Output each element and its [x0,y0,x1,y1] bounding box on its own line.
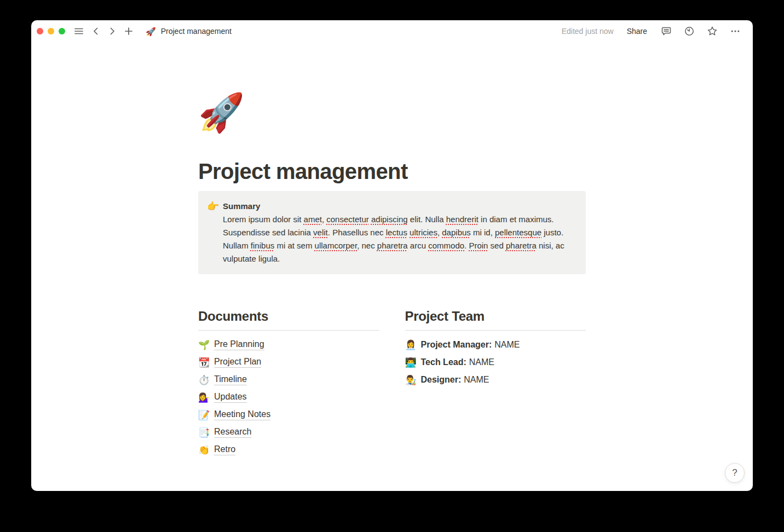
edited-timestamp: Edited just now [562,27,614,36]
document-link-timeline[interactable]: ⏱️Timeline [198,371,379,389]
misspelled-word: ullamcorper [315,241,358,250]
callout-text-run: elit. Nulla [408,215,446,224]
misspelled-word: commodo [428,241,464,250]
misspelled-word: pellentesque [495,228,541,237]
stopwatch-icon: ⏱️ [198,375,210,385]
titlebar: 🚀 Project management Edited just now Sha… [31,20,753,42]
bookmark-tabs-icon: 📑 [198,428,210,437]
misspelled-word: pharetra [506,241,537,250]
breadcrumb[interactable]: 🚀 Project management [146,27,232,36]
documents-heading: Documents [198,308,379,325]
calendar-icon: 📆 [198,358,210,367]
woman-office-worker-icon: 👩‍💼 [405,340,417,350]
document-link-pre-planning[interactable]: 🌱Pre Planning [198,336,379,354]
misspelled-word: finibus [251,241,274,250]
team-member-row: 👩‍💼Project Manager:NAME [405,336,586,354]
documents-list: 🌱Pre Planning📆Project Plan⏱️Timeline💁‍♀️… [198,336,379,459]
callout-text-run: arcu [408,241,429,250]
callout-text-run: , nec [357,241,377,250]
document-link-label: Timeline [214,374,247,385]
clapping-hands-icon: 👏 [198,446,210,455]
documents-column: Documents 🌱Pre Planning📆Project Plan⏱️Ti… [198,308,379,459]
callout-text-run: , [322,215,326,224]
team-member-role: Designer: [421,375,462,385]
misspelled-word: velit [313,228,328,237]
team-member-role: Project Manager: [421,340,492,350]
team-member-row: 👨‍🎨Designer:NAME [405,371,586,389]
team-member-name: NAME [494,340,520,350]
documents-divider [198,330,379,331]
document-link-label: Retro [214,444,235,455]
callout-text-run: , [437,228,442,237]
more-options-icon[interactable] [729,25,742,38]
misspelled-word: lectus [386,228,407,237]
forward-icon[interactable] [107,26,118,37]
team-member-role: Tech Lead: [421,357,466,367]
document-link-updates[interactable]: 💁‍♀️Updates [198,389,379,406]
callout-text-run: . Phasellus nec [328,228,386,237]
team-member-name: NAME [469,357,494,367]
sidebar-toggle-icon[interactable] [73,25,85,37]
memo-icon: 📝 [198,410,210,420]
callout-text-run: mi at sem [274,241,314,250]
back-icon[interactable] [90,26,101,37]
document-link-research[interactable]: 📑Research [198,424,379,441]
misspelled-word: Proin [469,241,488,250]
team-divider [405,330,586,331]
document-link-label: Pre Planning [214,339,264,350]
document-link-project-plan[interactable]: 📆Project Plan [198,354,379,371]
page-emoji-small: 🚀 [146,27,156,36]
misspelled-word: consectetur [326,215,369,224]
share-button[interactable]: Share [624,26,650,37]
callout-title: Summary [223,200,575,213]
comments-icon[interactable] [660,25,673,38]
person-tipping-hand-icon: 💁‍♀️ [198,393,210,402]
misspelled-word: pharetra [377,241,408,250]
man-artist-icon: 👨‍🎨 [405,375,417,385]
team-member-name: NAME [464,375,489,385]
team-column: Project Team 👩‍💼Project Manager:NAME👨‍💻T… [405,308,586,459]
notion-window: 🚀 Project management Edited just now Sha… [31,20,753,491]
minimize-window-button[interactable] [48,28,54,34]
pointing-finger-icon[interactable]: 👉 [207,200,220,265]
breadcrumb-title: Project management [161,27,232,36]
traffic-lights [37,28,65,34]
two-column-section: Documents 🌱Pre Planning📆Project Plan⏱️Ti… [198,308,586,459]
callout-text-run: Lorem ipsum dolor sit [223,215,304,224]
callout-body: Summary Lorem ipsum dolor sit amet, cons… [223,200,575,265]
close-window-button[interactable] [37,28,43,34]
document-link-label: Meeting Notes [214,409,270,420]
new-page-icon[interactable] [123,26,134,37]
document-link-label: Research [214,427,251,438]
seedling-icon: 🌱 [198,340,210,350]
help-button[interactable]: ? [725,463,745,483]
page-rocket-icon[interactable]: 🚀 [198,90,244,134]
favorite-star-icon[interactable] [706,25,719,38]
document-link-retro[interactable]: 👏Retro [198,441,379,459]
summary-callout: 👉 Summary Lorem ipsum dolor sit amet, co… [198,191,586,274]
misspelled-word: hendrerit [446,215,479,224]
misspelled-word: adipiscing [371,215,408,224]
callout-text-run: sed [488,241,506,250]
man-technologist-icon: 👨‍💻 [405,358,417,367]
history-icon[interactable] [683,25,696,38]
misspelled-word: dapibus [442,228,471,237]
titlebar-actions: Edited just now Share [562,25,745,38]
document-link-meeting-notes[interactable]: 📝Meeting Notes [198,406,379,424]
document-link-label: Project Plan [214,357,261,368]
page-title[interactable]: Project management [198,157,586,186]
team-heading: Project Team [405,308,586,325]
zoom-window-button[interactable] [59,28,65,34]
callout-text: Lorem ipsum dolor sit amet, consectetur … [223,213,575,265]
document-link-label: Updates [214,392,247,403]
callout-text-run: mi id, [471,228,495,237]
misspelled-word: amet [304,215,322,224]
misspelled-word: ultricies [410,228,437,237]
team-list: 👩‍💼Project Manager:NAME👨‍💻Tech Lead:NAME… [405,336,586,389]
page-content: 🚀 Project management 👉 Summary Lorem ips… [198,90,586,459]
team-member-row: 👨‍💻Tech Lead:NAME [405,354,586,371]
